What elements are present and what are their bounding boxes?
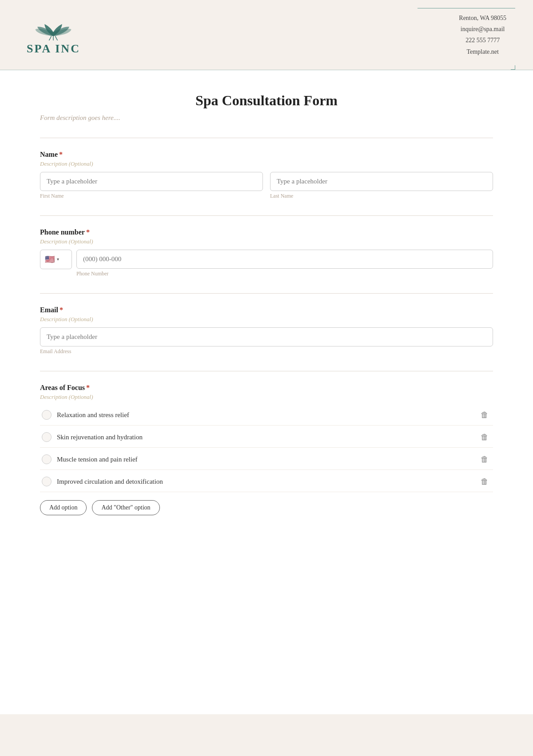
first-name-wrapper: First Name (40, 172, 263, 199)
option-text-3: Muscle tension and pain relief (57, 456, 138, 463)
delete-option-1[interactable]: 🗑 (478, 410, 491, 421)
field-name: Name* Description (Optional) First Name … (40, 151, 493, 199)
radio-circle-3[interactable] (42, 454, 52, 464)
add-option-button[interactable]: Add option (40, 500, 87, 515)
name-description: Description (Optional) (40, 160, 493, 167)
logo-text: SPA INC (27, 42, 80, 56)
field-areas-of-focus: Areas of Focus* Description (Optional) R… (40, 384, 493, 515)
last-name-input[interactable] (270, 172, 493, 191)
name-label: Name* (40, 151, 493, 159)
radio-circle-2[interactable] (42, 432, 52, 442)
option-text-2: Skin rejuvenation and hydration (57, 434, 143, 441)
logo-icon (33, 14, 73, 40)
option-left-2: Skin rejuvenation and hydration (42, 432, 143, 442)
delete-option-2[interactable]: 🗑 (478, 432, 491, 443)
contact-website: Template.net (459, 46, 506, 57)
last-name-wrapper: Last Name (270, 172, 493, 199)
first-name-input[interactable] (40, 172, 263, 191)
option-text-1: Relaxation and stress relief (57, 411, 129, 419)
option-row: Muscle tension and pain relief 🗑 (40, 450, 493, 470)
phone-input-wrapper: Phone Number (76, 250, 493, 277)
field-email: Email* Description (Optional) Email Addr… (40, 306, 493, 355)
contact-info: Renton, WA 98055 inquire@spa.mail 222 55… (459, 12, 506, 57)
add-buttons-row: Add option Add "Other" option (40, 500, 493, 515)
divider-4 (40, 371, 493, 371)
divider-3 (40, 293, 493, 294)
option-left-4: Improved circulation and detoxification (42, 477, 163, 486)
radio-circle-4[interactable] (42, 477, 52, 486)
option-text-4: Improved circulation and detoxification (57, 478, 163, 485)
chevron-down-icon: ▾ (57, 257, 59, 262)
contact-address: Renton, WA 98055 (459, 12, 506, 24)
option-left-1: Relaxation and stress relief (42, 410, 129, 420)
page-header: SPA INC Renton, WA 98055 inquire@spa.mai… (0, 0, 533, 70)
add-other-option-button[interactable]: Add "Other" option (92, 500, 159, 515)
logo-area: SPA INC (27, 14, 80, 56)
contact-phone: 222 555 7777 (459, 35, 506, 46)
contact-email: inquire@spa.mail (459, 24, 506, 35)
option-row: Improved circulation and detoxification … (40, 472, 493, 492)
phone-label: Phone number* (40, 228, 493, 236)
form-description: Form description goes here.... (40, 114, 493, 122)
phone-description: Description (Optional) (40, 238, 493, 245)
email-description: Description (Optional) (40, 316, 493, 323)
us-flag-icon: 🇺🇸 (45, 255, 55, 264)
options-list: Relaxation and stress relief 🗑 Skin reju… (40, 405, 493, 492)
delete-option-3[interactable]: 🗑 (478, 454, 491, 465)
email-sub-label: Email Address (40, 348, 493, 355)
form-title: Spa Consultation Form (40, 92, 493, 109)
first-name-sub-label: First Name (40, 193, 263, 199)
name-input-row: First Name Last Name (40, 172, 493, 199)
field-phone: Phone number* Description (Optional) 🇺🇸 … (40, 228, 493, 277)
last-name-sub-label: Last Name (270, 193, 493, 199)
delete-option-4[interactable]: 🗑 (478, 476, 491, 487)
areas-description: Description (Optional) (40, 394, 493, 401)
option-row: Skin rejuvenation and hydration 🗑 (40, 427, 493, 448)
country-selector[interactable]: 🇺🇸 ▾ (40, 250, 72, 269)
option-row: Relaxation and stress relief 🗑 (40, 405, 493, 426)
divider-1 (40, 138, 493, 138)
option-left-3: Muscle tension and pain relief (42, 454, 138, 464)
email-label: Email* (40, 306, 493, 314)
phone-sub-label: Phone Number (76, 271, 493, 277)
divider-2 (40, 215, 493, 216)
areas-label: Areas of Focus* (40, 384, 493, 392)
email-input[interactable] (40, 327, 493, 346)
phone-input[interactable] (76, 250, 493, 269)
phone-row: 🇺🇸 ▾ Phone Number (40, 250, 493, 277)
radio-circle-1[interactable] (42, 410, 52, 420)
form-container: Spa Consultation Form Form description g… (0, 70, 533, 714)
